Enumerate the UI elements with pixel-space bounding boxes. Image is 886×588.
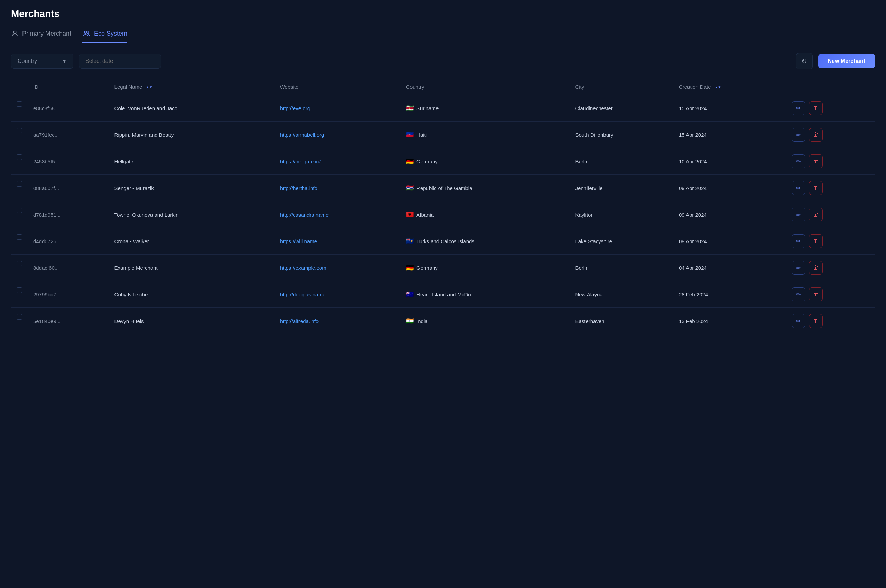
row-checkbox-cell (11, 255, 28, 273)
row-creation-date: 13 Feb 2024 (673, 308, 786, 334)
country-name: Germany (417, 159, 438, 165)
edit-button[interactable]: ✏ (791, 154, 805, 168)
row-city: Kayliton (570, 201, 673, 228)
delete-button[interactable]: 🗑 (809, 128, 823, 142)
row-website[interactable]: http://alfreda.info (274, 308, 400, 334)
row-checkbox[interactable] (17, 287, 22, 293)
row-creation-date: 09 Apr 2024 (673, 175, 786, 201)
country-name: India (417, 318, 428, 324)
row-actions: ✏ 🗑 (786, 201, 875, 228)
edit-button[interactable]: ✏ (791, 181, 805, 195)
country-flag: 🇸🇷 (406, 104, 414, 112)
row-website[interactable]: http://casandra.name (274, 201, 400, 228)
row-checkbox-cell (11, 95, 28, 113)
delete-button[interactable]: 🗑 (809, 261, 823, 274)
edit-button[interactable]: ✏ (791, 314, 805, 328)
country-flag: 🇭🇲 (406, 291, 414, 298)
row-city: New Alayna (570, 281, 673, 308)
row-website[interactable]: https://will.name (274, 228, 400, 255)
edit-button[interactable]: ✏ (791, 101, 805, 115)
edit-button[interactable]: ✏ (791, 287, 805, 301)
table-row: e88c8f58... Cole, VonRueden and Jaco... … (11, 95, 875, 122)
row-id: 29799bd7... (28, 281, 109, 308)
country-name: Republic of The Gambia (417, 185, 472, 191)
row-legal-name: Rippin, Marvin and Beatty (109, 122, 275, 148)
delete-button[interactable]: 🗑 (809, 101, 823, 115)
tab-ecosystem[interactable]: Eco System (82, 29, 127, 43)
row-checkbox[interactable] (17, 314, 22, 320)
edit-button[interactable]: ✏ (791, 208, 805, 222)
row-country: 🇭🇹 Haiti (400, 122, 570, 148)
delete-button[interactable]: 🗑 (809, 181, 823, 195)
row-checkbox-cell (11, 148, 28, 166)
delete-button[interactable]: 🗑 (809, 314, 823, 328)
tab-primary-merchant[interactable]: Primary Merchant (11, 30, 71, 43)
row-city: Berlin (570, 255, 673, 281)
page-title: Merchants (11, 8, 875, 20)
row-country: 🇬🇲 Republic of The Gambia (400, 175, 570, 201)
col-actions (786, 79, 875, 95)
delete-button[interactable]: 🗑 (809, 208, 823, 222)
row-creation-date: 28 Feb 2024 (673, 281, 786, 308)
row-checkbox[interactable] (17, 261, 22, 266)
trash-icon: 🗑 (813, 238, 818, 244)
row-actions: ✏ 🗑 (786, 122, 875, 148)
row-actions: ✏ 🗑 (786, 308, 875, 334)
edit-icon: ✏ (796, 318, 800, 324)
row-website[interactable]: http://hertha.info (274, 175, 400, 201)
row-checkbox-cell (11, 175, 28, 193)
edit-icon: ✏ (796, 185, 800, 191)
country-name: Germany (417, 265, 438, 271)
edit-button[interactable]: ✏ (791, 234, 805, 248)
row-checkbox[interactable] (17, 234, 22, 240)
row-website[interactable]: https://hellgate.io/ (274, 148, 400, 175)
row-checkbox[interactable] (17, 101, 22, 107)
col-city: City (570, 79, 673, 95)
country-flag: 🇦🇱 (406, 211, 414, 218)
row-country: 🇭🇲 Heard Island and McDo... (400, 281, 570, 308)
row-website[interactable]: https://annabell.org (274, 122, 400, 148)
refresh-button[interactable]: ↻ (796, 53, 813, 69)
delete-button[interactable]: 🗑 (809, 154, 823, 168)
row-legal-name: Hellgate (109, 148, 275, 175)
trash-icon: 🗑 (813, 212, 818, 218)
trash-icon: 🗑 (813, 265, 818, 271)
col-creation-date[interactable]: Creation Date ▲▼ (673, 79, 786, 95)
row-actions: ✏ 🗑 (786, 148, 875, 175)
row-legal-name: Crona - Walker (109, 228, 275, 255)
edit-button[interactable]: ✏ (791, 261, 805, 274)
table-row: aa791fec... Rippin, Marvin and Beatty ht… (11, 122, 875, 148)
col-legal-name[interactable]: Legal Name ▲▼ (109, 79, 275, 95)
row-checkbox[interactable] (17, 208, 22, 213)
country-dropdown[interactable]: Country ▼ (11, 54, 73, 69)
col-checkbox (11, 79, 28, 95)
new-merchant-button[interactable]: New Merchant (818, 54, 875, 68)
refresh-icon: ↻ (801, 57, 807, 65)
row-website[interactable]: http://douglas.name (274, 281, 400, 308)
date-input[interactable] (79, 54, 161, 69)
row-legal-name: Example Merchant (109, 255, 275, 281)
trash-icon: 🗑 (813, 318, 818, 324)
table-row: d781d951... Towne, Okuneva and Larkin ht… (11, 201, 875, 228)
table-row: 8ddacf60... Example Merchant https://exa… (11, 255, 875, 281)
trash-icon: 🗑 (813, 105, 818, 111)
edit-icon: ✏ (796, 105, 800, 112)
row-id: d4dd0726... (28, 228, 109, 255)
row-country: 🇸🇷 Suriname (400, 95, 570, 122)
row-website[interactable]: http://eve.org (274, 95, 400, 122)
row-checkbox-cell (11, 308, 28, 326)
row-checkbox[interactable] (17, 181, 22, 186)
row-checkbox[interactable] (17, 154, 22, 160)
delete-button[interactable]: 🗑 (809, 234, 823, 248)
row-id: e88c8f58... (28, 95, 109, 122)
row-legal-name: Cole, VonRueden and Jaco... (109, 95, 275, 122)
row-city: Berlin (570, 148, 673, 175)
row-checkbox[interactable] (17, 128, 22, 134)
delete-button[interactable]: 🗑 (809, 287, 823, 301)
row-id: 5e1840e9... (28, 308, 109, 334)
merchants-table: ID Legal Name ▲▼ Website Country City Cr… (11, 79, 875, 334)
row-website[interactable]: https://example.com (274, 255, 400, 281)
edit-button[interactable]: ✏ (791, 128, 805, 142)
country-name: Suriname (417, 105, 439, 111)
country-name: Haiti (417, 132, 427, 138)
